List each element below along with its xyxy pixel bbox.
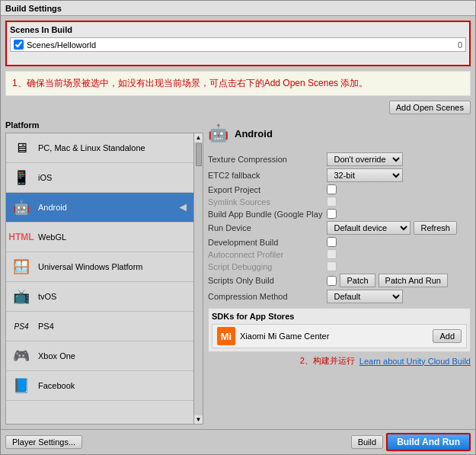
bottom-right: Build Build And Run <box>351 433 471 451</box>
scene-checkbox[interactable] <box>14 40 24 50</box>
platform-item-ios[interactable]: 📱 iOS <box>6 163 193 193</box>
facebook-icon: 📘 <box>11 375 32 396</box>
development-build-value <box>327 237 471 247</box>
platform-name-ps4: PS4 <box>38 322 189 331</box>
symlink-sources-checkbox[interactable] <box>327 197 337 207</box>
scripts-only-label: Scripts Only Build <box>208 276 322 285</box>
build-app-bundle-value <box>327 209 471 219</box>
script-debugging-checkbox[interactable] <box>327 261 337 271</box>
export-project-label: Export Project <box>208 185 322 194</box>
platform-item-standalone[interactable]: 🖥 PC, Mac & Linux Standalone <box>6 133 193 163</box>
symlink-sources-value <box>327 197 471 207</box>
compression-method-select[interactable]: Default <box>327 290 403 303</box>
refresh-button[interactable]: Refresh <box>414 221 457 235</box>
add-sdk-button[interactable]: Add <box>433 329 462 343</box>
autoconnect-profiler-value <box>327 249 471 259</box>
platform-item-ps4[interactable]: PS4 PS4 <box>6 312 193 341</box>
platform-section: Platform 🖥 PC, Mac & Linux Standalone 📱 … <box>5 120 471 425</box>
etc2-select[interactable]: 32-bit <box>327 168 403 182</box>
annotation-2-text: 2、构建并运行 <box>300 355 355 367</box>
android-header: 🤖 Android <box>208 120 471 146</box>
etc2-value: 32-bit <box>327 168 471 182</box>
run-device-label: Run Device <box>208 223 322 232</box>
standalone-icon: 🖥 <box>11 137 32 159</box>
platform-name-android: Android <box>38 203 171 212</box>
script-debugging-label: Script Debugging <box>208 262 322 271</box>
main-content: Scenes In Build Scenes/Helloworld 0 1、确保… <box>1 16 475 429</box>
scenes-title: Scenes In Build <box>10 25 466 34</box>
webgl-icon: HTML <box>11 226 32 248</box>
script-debugging-value <box>327 261 471 271</box>
scroll-thumb <box>196 143 202 166</box>
build-and-run-button[interactable]: Build And Run <box>386 433 471 451</box>
development-build-label: Development Build <box>208 238 322 247</box>
android-icon: 🤖 <box>11 197 32 218</box>
build-settings-window: Build Settings Scenes In Build Scenes/He… <box>0 0 476 455</box>
platform-name-uwp: Universal Windows Platform <box>38 262 189 271</box>
symlink-sources-label: Symlink Sources <box>208 197 322 207</box>
sdk-item-mi: Mi Xiaomi Mi Game Center Add <box>212 324 467 348</box>
platform-item-facebook[interactable]: 📘 Facebook <box>6 371 193 401</box>
platform-label: Platform <box>5 120 203 130</box>
sdks-section: SDKs for App Stores Mi Xiaomi Mi Game Ce… <box>208 308 471 352</box>
player-settings-button[interactable]: Player Settings... <box>5 435 82 449</box>
compression-method-label: Compression Method <box>208 292 322 301</box>
instruction-box: 1、确保当前场景被选中，如没有出现当前场景，可点击右下的Add Open Sce… <box>5 71 471 96</box>
scene-number: 0 <box>458 40 462 50</box>
cloud-build-row: 2、构建并运行 Learn about Unity Cloud Build <box>208 355 471 367</box>
scripts-only-value: Patch Patch And Run <box>327 274 471 287</box>
patch-button[interactable]: Patch <box>340 274 375 287</box>
scene-item: Scenes/Helloworld 0 <box>10 37 466 52</box>
development-build-checkbox[interactable] <box>327 237 337 247</box>
titlebar: Build Settings <box>1 1 475 16</box>
platform-name-xboxone: Xbox One <box>38 351 189 360</box>
learn-cloud-build-link[interactable]: Learn about Unity Cloud Build <box>359 357 471 366</box>
platform-list: 🖥 PC, Mac & Linux Standalone 📱 iOS 🤖 And… <box>6 133 193 424</box>
platform-item-android[interactable]: 🤖 Android ◄ <box>6 193 193 223</box>
bottom-bar: Player Settings... Build Build And Run <box>1 429 475 454</box>
xboxone-icon: 🎮 <box>11 345 32 367</box>
run-device-row: Default device Refresh <box>327 221 471 235</box>
android-settings-panel: 🤖 Android Texture Compression Don't over… <box>208 120 471 425</box>
scene-name: Scenes/Helloworld <box>27 40 458 50</box>
patch-and-run-button[interactable]: Patch And Run <box>379 274 448 287</box>
platform-item-xboxone[interactable]: 🎮 Xbox One <box>6 341 193 371</box>
bottom-left: Player Settings... <box>5 435 82 449</box>
tvos-icon: 📺 <box>11 286 32 307</box>
sdk-name-mi: Xiaomi Mi Game Center <box>240 332 329 341</box>
unity-arrow-icon: ◄ <box>177 200 189 214</box>
platform-scrollbar[interactable]: ▲ ▼ <box>193 133 203 424</box>
scroll-down-icon[interactable]: ▼ <box>195 415 203 424</box>
etc2-label: ETC2 fallback <box>208 171 322 180</box>
sdks-title: SDKs for App Stores <box>212 312 467 321</box>
platform-item-uwp[interactable]: 🪟 Universal Windows Platform <box>6 252 193 282</box>
ios-icon: 📱 <box>11 167 32 188</box>
list-scroll-container: 🖥 PC, Mac & Linux Standalone 📱 iOS 🤖 And… <box>5 133 203 425</box>
platform-name-tvos: tvOS <box>38 292 189 301</box>
ps4-icon: PS4 <box>11 316 32 337</box>
platform-item-tvos[interactable]: 📺 tvOS <box>6 282 193 312</box>
scroll-track <box>194 142 203 415</box>
texture-compression-label: Texture Compression <box>208 155 322 164</box>
scroll-up-icon[interactable]: ▲ <box>195 133 203 142</box>
autoconnect-profiler-label: Autoconnect Profiler <box>208 250 322 259</box>
texture-compression-select[interactable]: Don't override <box>327 152 403 166</box>
scripts-only-checkbox[interactable] <box>327 276 337 286</box>
mi-icon: Mi <box>217 327 235 345</box>
platform-item-webgl[interactable]: HTML WebGL <box>6 223 193 252</box>
android-settings-grid: Texture Compression Don't override ETC2 … <box>208 152 471 303</box>
build-app-bundle-checkbox[interactable] <box>327 209 337 219</box>
run-device-select[interactable]: Default device <box>327 221 411 235</box>
export-project-checkbox[interactable] <box>327 184 337 194</box>
window-title: Build Settings <box>5 4 62 13</box>
platform-name-standalone: PC, Mac & Linux Standalone <box>38 143 189 152</box>
build-app-bundle-label: Build App Bundle (Google Play <box>208 210 322 219</box>
build-button[interactable]: Build <box>351 435 383 449</box>
compression-method-value: Default <box>327 290 471 303</box>
platform-list-container: Platform 🖥 PC, Mac & Linux Standalone 📱 … <box>5 120 203 425</box>
add-open-scenes-button[interactable]: Add Open Scenes <box>389 101 471 114</box>
platform-name-webgl: WebGL <box>38 232 189 242</box>
autoconnect-profiler-checkbox[interactable] <box>327 249 337 259</box>
instruction-text: 1、确保当前场景被选中，如没有出现当前场景，可点击右下的Add Open Sce… <box>12 78 368 88</box>
texture-compression-value: Don't override <box>327 152 471 166</box>
